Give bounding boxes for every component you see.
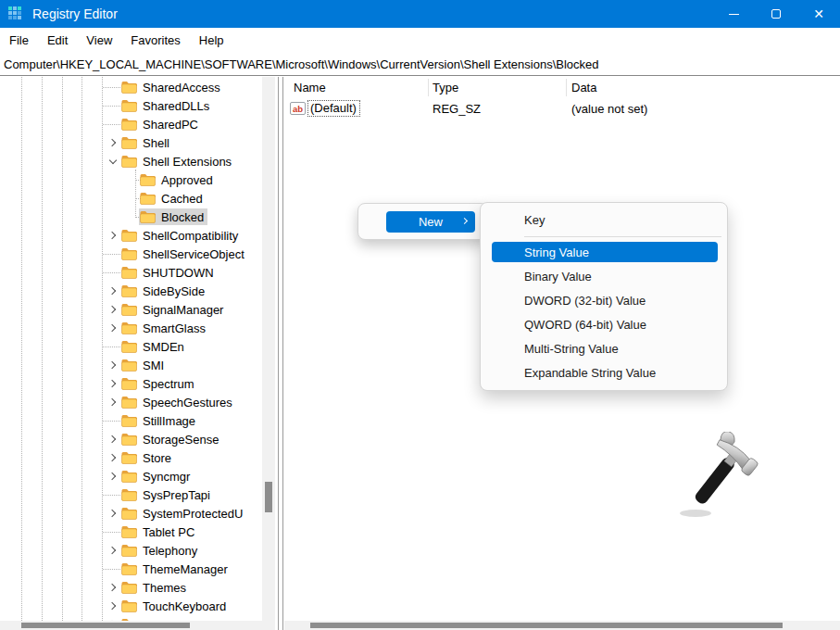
tree-horizontal-scrollbar[interactable]: [0, 621, 275, 630]
list-horizontal-scrollbar[interactable]: [284, 621, 840, 630]
tree-vertical-scrollbar[interactable]: [262, 77, 275, 621]
tree-item-spectrum[interactable]: Spectrum: [0, 374, 262, 393]
tree-item-shutdown[interactable]: SHUTDOWN: [0, 263, 262, 282]
tree-item-shellserviceobject[interactable]: ShellServiceObject: [0, 245, 262, 263]
tree-item-content[interactable]: SharedPC: [120, 116, 202, 132]
tree-item-telephony[interactable]: Telephony: [0, 541, 262, 560]
tree-item-speechgestures[interactable]: SpeechGestures: [0, 393, 262, 411]
menubar-item-view[interactable]: View: [77, 28, 121, 53]
expand-chevron-icon[interactable]: [108, 510, 116, 517]
tree-item-content[interactable]: SmartGlass: [120, 320, 209, 336]
submenu-item-expandable-string-value[interactable]: Expandable String Value: [481, 360, 727, 384]
tree-item-systemprotectedu[interactable]: SystemProtectedU: [0, 504, 262, 523]
expand-chevron-icon[interactable]: [108, 139, 116, 146]
close-button[interactable]: ✕: [797, 0, 840, 28]
tree-item-content[interactable]: SHUTDOWN: [120, 264, 218, 281]
tree-item-content[interactable]: SystemProtectedU: [120, 505, 246, 522]
tree-item-content[interactable]: ShellServiceObject: [120, 246, 248, 262]
submenu-item-key[interactable]: Key: [481, 208, 727, 232]
column-separator[interactable]: [428, 79, 429, 96]
submenu-item-multi-string-value[interactable]: Multi-String Value: [481, 336, 727, 360]
expand-chevron-icon[interactable]: [108, 454, 116, 461]
tree-item-sharedpc[interactable]: SharedPC: [0, 115, 262, 133]
expand-chevron-icon[interactable]: [108, 306, 116, 313]
pane-splitter[interactable]: [278, 77, 283, 630]
tree-item-content[interactable]: Blocked: [139, 208, 207, 225]
tree-item-approved[interactable]: Approved: [0, 170, 262, 189]
tree-item-smden[interactable]: SMDEn: [0, 337, 262, 356]
tree-item-syncmgr[interactable]: Syncmgr: [0, 467, 262, 485]
column-header-type[interactable]: Type: [433, 81, 458, 94]
submenu-item-qword-64-bit-value[interactable]: QWORD (64-bit) Value: [481, 312, 727, 336]
address-bar-input[interactable]: Computer\HKEY_LOCAL_MACHINE\SOFTWARE\Mic…: [4, 57, 599, 71]
tree-item-shell-extensions[interactable]: Shell Extensions: [0, 152, 262, 170]
column-header-name[interactable]: Name: [294, 81, 326, 94]
tree-item-content[interactable]: Syncmgr: [120, 468, 194, 485]
tree-item-content[interactable]: StorageSense: [120, 431, 222, 447]
submenu-item-dword-32-bit-value[interactable]: DWORD (32-bit) Value: [481, 288, 727, 312]
tree-item-content[interactable]: Telephony: [120, 542, 201, 559]
tree-item-content[interactable]: Tablet PC: [120, 523, 198, 540]
tree-item-content[interactable]: SharedAccess: [120, 79, 224, 95]
tree-item-content[interactable]: SysPrepTapi: [120, 486, 214, 503]
registry-value-row[interactable]: ab (Default) REG_SZ (value not set): [284, 100, 840, 119]
tree-item-sharedaccess[interactable]: SharedAccess: [0, 78, 262, 96]
tree-item-content[interactable]: ThemeManager: [120, 561, 232, 577]
expand-chevron-icon[interactable]: [108, 584, 116, 591]
tree-item-content[interactable]: Store: [120, 449, 175, 466]
collapse-chevron-icon[interactable]: [109, 157, 117, 164]
tree-item-smartglass[interactable]: SmartGlass: [0, 319, 262, 337]
minimize-button[interactable]: [712, 0, 755, 28]
tree-item-themes[interactable]: Themes: [0, 578, 262, 597]
tree-item-touchkeyboard[interactable]: TouchKeyboard: [0, 597, 262, 615]
tree-item-content[interactable]: SharedDLLs: [120, 97, 213, 114]
expand-chevron-icon[interactable]: [108, 361, 116, 369]
expand-chevron-icon[interactable]: [108, 287, 116, 295]
list-horizontal-scrollbar-thumb[interactable]: [310, 623, 783, 628]
tree-item-shellcompatibility[interactable]: ShellCompatibility: [0, 226, 262, 245]
tree-item-content[interactable]: SpeechGestures: [120, 394, 236, 410]
tree-item-syspreptapi[interactable]: SysPrepTapi: [0, 485, 262, 504]
tree-item-thememanager[interactable]: ThemeManager: [0, 560, 262, 578]
menubar-item-favorites[interactable]: Favorites: [121, 28, 189, 53]
tree-item-content[interactable]: Spectrum: [120, 375, 198, 392]
expand-chevron-icon[interactable]: [108, 602, 116, 610]
tree-item-cached[interactable]: Cached: [0, 189, 262, 208]
value-name[interactable]: (Default): [307, 100, 360, 117]
expand-chevron-icon[interactable]: [108, 324, 116, 332]
tree-item-content[interactable]: ShellCompatibility: [120, 227, 242, 244]
tree-item-content[interactable]: Approved: [139, 171, 217, 188]
tree-item-content[interactable]: SideBySide: [120, 283, 208, 299]
tree-item-content[interactable]: SignalManager: [120, 301, 227, 318]
column-header-data[interactable]: Data: [571, 81, 596, 94]
tree-item-content[interactable]: Themes: [120, 579, 190, 596]
context-menu-item-new[interactable]: New: [386, 211, 475, 233]
tree-item-smi[interactable]: SMI: [0, 356, 262, 374]
expand-chevron-icon[interactable]: [108, 232, 116, 239]
submenu-item-string-value[interactable]: String Value: [492, 242, 718, 262]
column-separator[interactable]: [566, 79, 567, 96]
tree-item-tablet-pc[interactable]: Tablet PC: [0, 523, 262, 541]
tree-item-sidebyside[interactable]: SideBySide: [0, 282, 262, 300]
tree-item-storagesense[interactable]: StorageSense: [0, 430, 262, 448]
tree-item-store[interactable]: Store: [0, 448, 262, 467]
tree-item-stillimage[interactable]: StillImage: [0, 411, 262, 430]
tree-item-content[interactable]: Shell: [120, 134, 173, 151]
tree-item-content[interactable]: Shell Extensions: [120, 153, 235, 170]
submenu-item-binary-value[interactable]: Binary Value: [481, 264, 727, 288]
expand-chevron-icon[interactable]: [108, 398, 116, 406]
tree-item-content[interactable]: Cached: [139, 190, 207, 207]
tree-item-content[interactable]: TouchKeyboard: [120, 598, 230, 614]
menubar-item-file[interactable]: File: [0, 28, 38, 53]
tree-item-blocked[interactable]: Blocked: [0, 208, 262, 226]
tree-vertical-scrollbar-thumb[interactable]: [265, 482, 272, 512]
tree-item-shareddlls[interactable]: SharedDLLs: [0, 96, 262, 115]
tree-horizontal-scrollbar-thumb[interactable]: [21, 623, 190, 628]
expand-chevron-icon[interactable]: [108, 380, 116, 387]
tree-item-signalmanager[interactable]: SignalManager: [0, 300, 262, 319]
tree-item-shell[interactable]: Shell: [0, 133, 262, 152]
menubar-item-help[interactable]: Help: [190, 28, 233, 53]
menubar-item-edit[interactable]: Edit: [38, 28, 77, 53]
tree-item-content[interactable]: StillImage: [120, 412, 199, 429]
expand-chevron-icon[interactable]: [108, 435, 116, 443]
